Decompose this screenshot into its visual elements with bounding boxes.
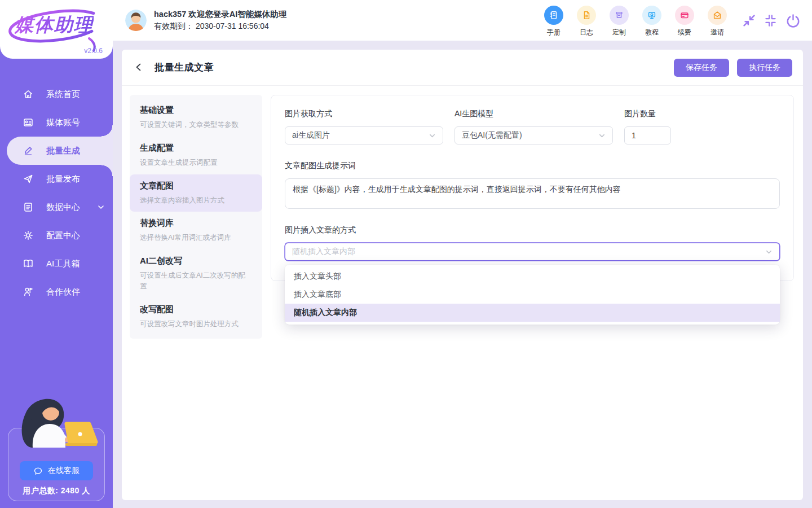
screen-icon — [642, 6, 661, 25]
insert-mode-select[interactable]: 随机插入文章内部 — [285, 243, 780, 261]
send-icon — [23, 173, 34, 185]
home-icon — [23, 89, 34, 100]
insert-mode-label: 图片插入文章的方式 — [285, 225, 780, 235]
welcome-text: hack357 欢迎您登录AI智能媒体助理 — [154, 8, 286, 20]
ai-model-select[interactable]: 豆包AI(无需配置) — [454, 126, 613, 144]
prompt-textarea[interactable]: 根据《[标题]》内容，生成用于生成文章配图的提示词，直接返回提示词，不要有任何其… — [285, 178, 780, 209]
image-count-label: 图片数量 — [624, 109, 671, 119]
quick-link-logs[interactable]: 日志 — [575, 6, 598, 37]
chevron-down-icon — [598, 132, 606, 139]
file-icon — [577, 6, 596, 25]
sidebar-item-media-account[interactable]: 媒体账号 — [0, 108, 113, 137]
field-prompt: 文章配图生成提示词 根据《[标题]》内容，生成用于生成文章配图的提示词，直接返回… — [285, 161, 780, 209]
chat-bubble-icon — [33, 466, 43, 476]
customer-service-illustration — [10, 391, 100, 454]
settings-section-ai-rewrite[interactable]: AI二创改写 可设置生成后文章AI二次改写的配置 — [130, 249, 262, 298]
quick-link-renew[interactable]: 续费 — [673, 6, 696, 37]
page-title: 批量生成文章 — [155, 61, 214, 74]
topbar: hack357 欢迎您登录AI智能媒体助理 有效期到： 2030-07-31 1… — [113, 0, 812, 41]
data-center-icon — [23, 202, 34, 213]
settings-section-rewrite-image[interactable]: 改写配图 可设置改写文章时图片处理方式 — [130, 298, 262, 336]
mail-icon — [708, 6, 727, 25]
dropdown-option-bottom[interactable]: 插入文章底部 — [285, 286, 780, 304]
settings-section-generate[interactable]: 生成配置 设置文章生成提示词配置 — [130, 137, 262, 174]
user-info: hack357 欢迎您登录AI智能媒体助理 有效期到： 2030-07-31 1… — [154, 8, 286, 33]
field-insert-mode: 图片插入文章的方式 随机插入文章内部 插入文章头部插入文章底部随机插入文章内部 — [285, 225, 780, 261]
box-icon — [610, 6, 629, 25]
settings-nav: 基础设置 可设置关键词，文章类型等参数 生成配置 设置文章生成提示词配置 文章配… — [130, 95, 262, 339]
field-image-source: 图片获取方式 ai生成图片 — [285, 109, 443, 144]
toolbox-icon — [23, 258, 34, 269]
expiry-text: 有效期到： 2030-07-31 16:56:04 — [154, 20, 286, 33]
app-logo: 媒体助理 — [15, 12, 94, 38]
logo-card: 媒体助理 v2.0.6 — [0, 0, 113, 59]
form-panel: 图片获取方式 ai生成图片 AI生图模型 豆包AI(无需配置) — [271, 95, 794, 281]
quick-link-tutorial[interactable]: 教程 — [640, 6, 664, 37]
save-task-button[interactable]: 保存任务 — [674, 59, 729, 77]
sidebar: 媒体助理 v2.0.6 系统首页 媒体账号 批量生成 批量发布 — [0, 0, 113, 508]
quick-links: 手册 日志 定制 教程 续费 邀请 — [542, 3, 729, 37]
dropdown-option-random[interactable]: 随机插入文章内部 — [285, 304, 780, 322]
insert-mode-wrap: 随机插入文章内部 插入文章头部插入文章底部随机插入文章内部 — [285, 243, 780, 261]
main-area: 批量生成文章 保存任务 执行任务 基础设置 可设置关键词，文章类型等参数 生成配… — [113, 41, 812, 508]
settings-section-article-image[interactable]: 文章配图 选择文章内容插入图片方式 — [130, 174, 262, 212]
power-icon[interactable] — [785, 13, 801, 28]
run-task-button[interactable]: 执行任务 — [737, 59, 792, 77]
media-account-icon — [23, 117, 34, 128]
field-ai-model: AI生图模型 豆包AI(无需配置) — [454, 109, 613, 144]
user-total: 用户总数: 2480 人 — [8, 486, 104, 496]
settings-section-replace-words[interactable]: 替换词库 选择替换AI常用词汇或者词库 — [130, 212, 262, 249]
sidebar-item-partners[interactable]: 合作伙伴 — [0, 278, 113, 306]
collapse-diagonal-icon[interactable] — [743, 14, 756, 27]
avatar[interactable] — [125, 10, 147, 31]
gear-icon — [23, 230, 34, 241]
insert-mode-dropdown: 插入文章头部插入文章底部随机插入文章内部 — [285, 265, 780, 325]
sidebar-item-batch-publish[interactable]: 批量发布 — [0, 165, 113, 193]
settings-section-basic[interactable]: 基础设置 可设置关键词，文章类型等参数 — [130, 99, 262, 137]
card-body: 基础设置 可设置关键词，文章类型等参数 生成配置 设置文章生成提示词配置 文章配… — [122, 86, 803, 339]
quick-link-invite[interactable]: 邀请 — [705, 6, 729, 37]
quick-link-manual[interactable]: 手册 — [542, 6, 566, 37]
online-service-button[interactable]: 在线客服 — [20, 461, 93, 480]
sidebar-item-batch-generate[interactable]: 批量生成 — [7, 137, 113, 165]
card-icon — [675, 6, 694, 25]
field-image-count: 图片数量 — [624, 109, 671, 144]
sidebar-item-data-center[interactable]: 数据中心 — [0, 193, 113, 221]
sidebar-item-home[interactable]: 系统首页 — [0, 80, 113, 108]
image-source-select[interactable]: ai生成图片 — [285, 126, 443, 144]
header-actions: 保存任务 执行任务 — [674, 59, 792, 77]
sidebar-item-config-center[interactable]: 配置中心 — [0, 221, 113, 249]
window-controls — [743, 13, 801, 28]
back-button[interactable] — [134, 62, 145, 73]
quick-link-custom[interactable]: 定制 — [607, 6, 631, 37]
page-header: 批量生成文章 保存任务 执行任务 — [122, 50, 803, 86]
image-count-input[interactable] — [624, 126, 671, 144]
compress-icon[interactable] — [764, 14, 777, 27]
image-source-label: 图片获取方式 — [285, 109, 443, 119]
chevron-down-icon — [429, 132, 436, 139]
notebook-icon — [544, 6, 563, 25]
avatar-image — [125, 10, 147, 31]
form-row-1: 图片获取方式 ai生成图片 AI生图模型 豆包AI(无需配置) — [285, 109, 780, 144]
app-version: v2.0.6 — [84, 47, 103, 55]
sidebar-menu: 系统首页 媒体账号 批量生成 批量发布 数据中心 配置中心 — [0, 80, 113, 306]
prompt-label: 文章配图生成提示词 — [285, 161, 780, 171]
ai-model-label: AI生图模型 — [454, 109, 613, 119]
edit-icon — [23, 145, 34, 156]
content-card: 批量生成文章 保存任务 执行任务 基础设置 可设置关键词，文章类型等参数 生成配… — [122, 50, 803, 500]
partner-icon — [23, 286, 34, 297]
dropdown-option-head[interactable]: 插入文章头部 — [285, 268, 780, 286]
chevron-down-icon — [97, 203, 105, 211]
chevron-down-icon — [765, 248, 773, 256]
sidebar-item-ai-toolbox[interactable]: AI工具箱 — [0, 249, 113, 278]
